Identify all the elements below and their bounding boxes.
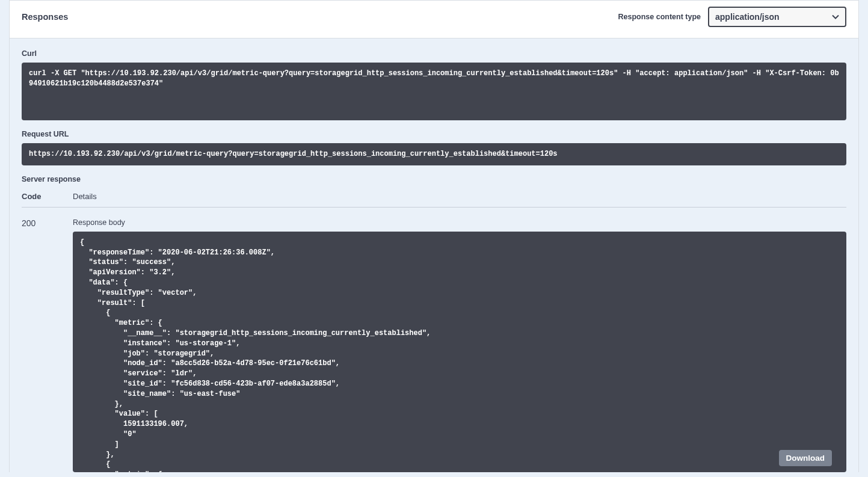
curl-label: Curl [22,49,846,58]
response-table-header: Code Details [22,192,846,208]
response-body-block[interactable]: { "responseTime": "2020-06-02T21:26:36.0… [73,232,846,472]
content-type-wrap: Response content type application/json [618,7,846,27]
response-body-wrap: { "responseTime": "2020-06-02T21:26:36.0… [73,232,846,472]
content-type-label: Response content type [618,13,701,21]
download-button[interactable]: Download [779,450,833,466]
content-type-value: application/json [715,12,780,22]
content-type-select[interactable]: application/json [708,7,846,27]
details-header: Details [73,192,97,201]
response-row: 200 Response body { "responseTime": "202… [22,208,846,472]
response-body-label: Response body [73,218,846,227]
request-url-block[interactable]: https://10.193.92.230/api/v3/grid/metric… [22,143,846,165]
code-header: Code [22,192,73,201]
request-url-label: Request URL [22,130,846,138]
server-response-label: Server response [22,175,846,183]
responses-title: Responses [22,12,68,22]
responses-header: Responses Response content type applicat… [10,1,858,38]
response-code: 200 [22,218,73,472]
curl-command-block[interactable]: curl -X GET "https://10.193.92.230/api/v… [22,63,846,120]
chevron-down-icon [832,13,839,20]
